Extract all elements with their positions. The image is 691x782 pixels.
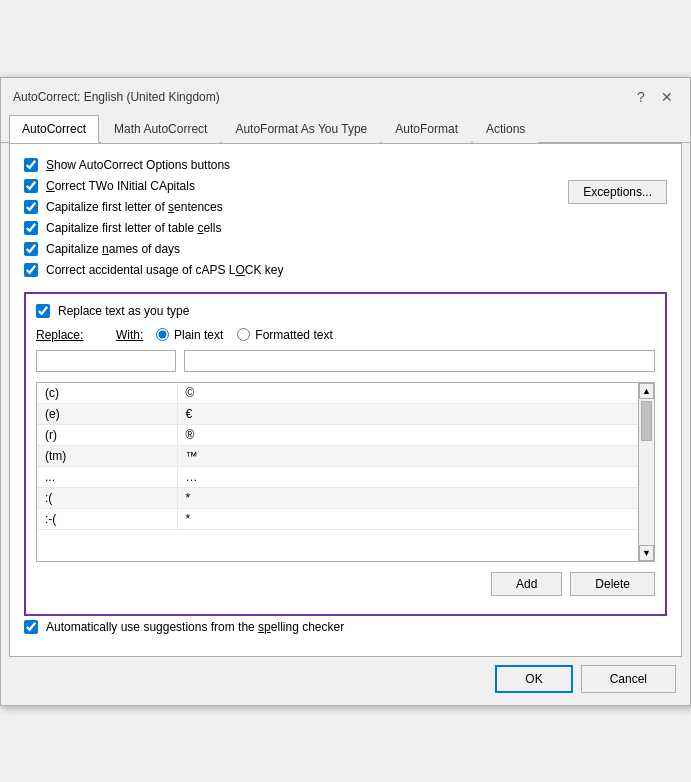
replace-cell: (c): [37, 383, 177, 404]
exceptions-button[interactable]: Exceptions...: [568, 180, 667, 204]
replace-with-row: Replace: With: Plain text Formatted text: [36, 328, 655, 342]
checkboxes-column: Show AutoCorrect Options buttons Correct…: [24, 158, 558, 284]
scroll-thumb[interactable]: [641, 401, 652, 441]
table-row[interactable]: ...…: [37, 466, 638, 487]
with-cell: …: [177, 466, 638, 487]
tab-autoformat-as-you-type[interactable]: AutoFormat As You Type: [222, 115, 380, 143]
dialog-title: AutoCorrect: English (United Kingdom): [13, 90, 220, 104]
with-cell: *: [177, 508, 638, 529]
ok-button[interactable]: OK: [495, 665, 572, 693]
formatted-text-radio[interactable]: [237, 328, 250, 341]
table-row[interactable]: (c)©: [37, 383, 638, 404]
replace-header: Replace text as you type: [36, 304, 655, 318]
replace-inputs: [36, 350, 655, 372]
autocorrect-dialog: AutoCorrect: English (United Kingdom) ? …: [0, 77, 691, 706]
with-input[interactable]: [184, 350, 655, 372]
plain-text-option[interactable]: Plain text: [156, 328, 223, 342]
cancel-button[interactable]: Cancel: [581, 665, 676, 693]
capitalize-table-label: Capitalize first letter of table cells: [46, 221, 221, 235]
formatted-text-option[interactable]: Formatted text: [237, 328, 332, 342]
plain-text-label: Plain text: [174, 328, 223, 342]
correct-caps-checkbox[interactable]: [24, 263, 38, 277]
auto-suggest-checkbox[interactable]: [24, 620, 38, 634]
table-scroll-area[interactable]: (c)© (e)€ (r)® (tm)™ ...… :(* :-(*: [37, 383, 638, 561]
dialog-footer: OK Cancel: [1, 657, 690, 705]
title-controls: ? ✕: [630, 86, 678, 108]
plain-text-radio[interactable]: [156, 328, 169, 341]
correct-two-label: Correct TWo INitial CApitals: [46, 179, 195, 193]
capitalize-days-checkbox[interactable]: [24, 242, 38, 256]
with-cell: ©: [177, 383, 638, 404]
with-cell: *: [177, 487, 638, 508]
with-cell: ®: [177, 424, 638, 445]
correct-caps-row: Correct accidental usage of cAPS LOCK ke…: [24, 263, 558, 277]
auto-suggest-label: Automatically use suggestions from the s…: [46, 620, 344, 634]
table-row[interactable]: :(*: [37, 487, 638, 508]
autocorrect-table: (c)© (e)€ (r)® (tm)™ ...… :(* :-(*: [37, 383, 638, 530]
capitalize-days-row: Capitalize names of days: [24, 242, 558, 256]
correct-caps-label: Correct accidental usage of cAPS LOCK ke…: [46, 263, 283, 277]
add-delete-row: Add Delete: [36, 572, 655, 596]
table-row[interactable]: (r)®: [37, 424, 638, 445]
autocorrect-table-container: (c)© (e)€ (r)® (tm)™ ...… :(* :-(* ▲: [36, 382, 655, 562]
delete-button[interactable]: Delete: [570, 572, 655, 596]
replace-cell: (tm): [37, 445, 177, 466]
replace-input[interactable]: [36, 350, 176, 372]
capitalize-table-checkbox[interactable]: [24, 221, 38, 235]
capitalize-sentences-checkbox[interactable]: [24, 200, 38, 214]
with-cell: ™: [177, 445, 638, 466]
tab-autocorrect[interactable]: AutoCorrect: [9, 115, 99, 143]
replace-cell: :(: [37, 487, 177, 508]
top-section: Show AutoCorrect Options buttons Correct…: [24, 158, 667, 284]
tab-autoformat[interactable]: AutoFormat: [382, 115, 471, 143]
table-row[interactable]: (e)€: [37, 403, 638, 424]
with-label: With:: [116, 328, 156, 342]
auto-suggest-row: Automatically use suggestions from the s…: [24, 620, 667, 634]
help-button[interactable]: ?: [630, 86, 652, 108]
replace-cell: ...: [37, 466, 177, 487]
table-row[interactable]: (tm)™: [37, 445, 638, 466]
show-options-label: Show AutoCorrect Options buttons: [46, 158, 230, 172]
tabs-bar: AutoCorrect Math AutoCorrect AutoFormat …: [1, 108, 690, 143]
tab-actions[interactable]: Actions: [473, 115, 538, 143]
show-options-row: Show AutoCorrect Options buttons: [24, 158, 558, 172]
replace-text-checkbox[interactable]: [36, 304, 50, 318]
scroll-up-arrow[interactable]: ▲: [639, 383, 654, 399]
tab-content: Show AutoCorrect Options buttons Correct…: [9, 143, 682, 657]
replace-text-label: Replace text as you type: [58, 304, 189, 318]
title-bar: AutoCorrect: English (United Kingdom) ? …: [1, 78, 690, 108]
capitalize-sentences-label: Capitalize first letter of sentences: [46, 200, 223, 214]
scrollbar[interactable]: ▲ ▼: [638, 383, 654, 561]
scroll-down-arrow[interactable]: ▼: [639, 545, 654, 561]
capitalize-table-row: Capitalize first letter of table cells: [24, 221, 558, 235]
replace-section: Replace text as you type Replace: With: …: [24, 292, 667, 616]
replace-label: Replace:: [36, 328, 116, 342]
replace-cell: (r): [37, 424, 177, 445]
text-type-radio-group: Plain text Formatted text: [156, 328, 333, 342]
formatted-text-label: Formatted text: [255, 328, 332, 342]
correct-two-checkbox[interactable]: [24, 179, 38, 193]
add-button[interactable]: Add: [491, 572, 562, 596]
replace-cell: (e): [37, 403, 177, 424]
table-row[interactable]: :-(*: [37, 508, 638, 529]
tab-math-autocorrect[interactable]: Math AutoCorrect: [101, 115, 220, 143]
correct-two-row: Correct TWo INitial CApitals: [24, 179, 558, 193]
replace-cell: :-(: [37, 508, 177, 529]
close-button[interactable]: ✕: [656, 86, 678, 108]
capitalize-days-label: Capitalize names of days: [46, 242, 180, 256]
show-options-checkbox[interactable]: [24, 158, 38, 172]
capitalize-sentences-row: Capitalize first letter of sentences: [24, 200, 558, 214]
scroll-fill: [639, 443, 654, 545]
with-cell: €: [177, 403, 638, 424]
